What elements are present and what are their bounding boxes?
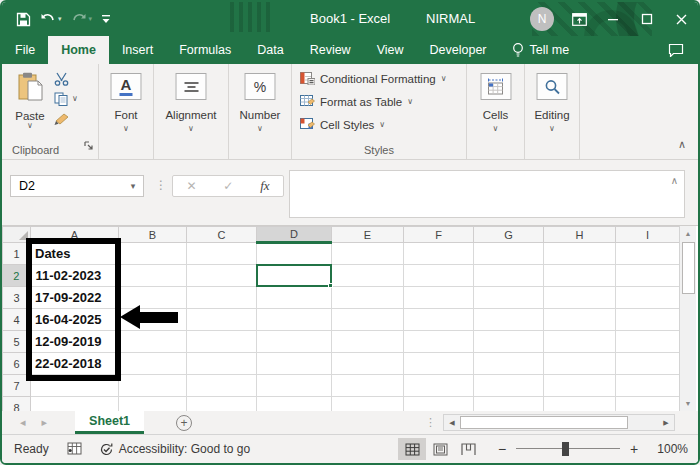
number-button[interactable]: %	[245, 73, 276, 100]
cell-A4[interactable]: 16-04-2025	[31, 309, 119, 331]
cell-F3[interactable]	[404, 287, 474, 309]
tab-developer[interactable]: Developer	[417, 36, 500, 64]
row-header-8[interactable]: 8	[3, 397, 31, 412]
tab-formulas[interactable]: Formulas	[166, 36, 244, 64]
paste-dropdown-icon[interactable]: ∨	[10, 122, 50, 130]
vertical-scroll-thumb[interactable]	[682, 242, 695, 294]
cell-A3[interactable]: 17-09-2022	[31, 287, 119, 309]
cell-B3[interactable]	[119, 287, 187, 309]
cell-C7[interactable]	[187, 375, 257, 397]
customize-quick-access-icon[interactable]	[101, 13, 111, 25]
cell-D1[interactable]	[257, 243, 332, 265]
account-name[interactable]: NIRMAL	[426, 11, 475, 26]
tab-insert[interactable]: Insert	[109, 36, 166, 64]
editing-dropdown-icon[interactable]: ∨	[525, 125, 579, 133]
cell-I2[interactable]	[616, 265, 680, 287]
column-header-D[interactable]: D	[257, 227, 332, 243]
maximize-button[interactable]	[630, 2, 664, 36]
cell-C2[interactable]	[187, 265, 257, 287]
cell-E4[interactable]	[332, 309, 404, 331]
collapse-formula-bar-icon[interactable]: ∧	[671, 175, 678, 186]
column-header-F[interactable]: F	[404, 227, 474, 243]
cell-G5[interactable]	[474, 331, 544, 353]
cell-A5[interactable]: 12-09-2019	[31, 331, 119, 353]
cell-styles-button[interactable]: Cell Styles ∨	[300, 118, 385, 131]
conditional-formatting-button[interactable]: Conditional Formatting ∨	[300, 72, 447, 85]
row-header-3[interactable]: 3	[3, 287, 31, 309]
cell-G3[interactable]	[474, 287, 544, 309]
select-all-button[interactable]	[3, 227, 31, 243]
cell-G7[interactable]	[474, 375, 544, 397]
tab-file[interactable]: File	[2, 36, 48, 64]
undo-dropdown-icon[interactable]: ▾	[58, 15, 62, 23]
format-as-table-button[interactable]: Format as Table ∨	[300, 95, 413, 108]
cell-I7[interactable]	[616, 375, 680, 397]
cell-F7[interactable]	[404, 375, 474, 397]
collapse-ribbon-icon[interactable]: ∧	[678, 138, 686, 151]
cell-D6[interactable]	[257, 353, 332, 375]
row-header-6[interactable]: 6	[3, 353, 31, 375]
cell-H7[interactable]	[544, 375, 616, 397]
cell-B7[interactable]	[119, 375, 187, 397]
cell-D5[interactable]	[257, 331, 332, 353]
cell-C4[interactable]	[187, 309, 257, 331]
zoom-slider[interactable]	[516, 442, 620, 456]
tab-view[interactable]: View	[364, 36, 417, 64]
previous-sheet-icon[interactable]: ◂	[20, 416, 26, 429]
cell-A7[interactable]	[31, 375, 119, 397]
cell-G8[interactable]	[474, 397, 544, 412]
cell-I5[interactable]	[616, 331, 680, 353]
cell-G4[interactable]	[474, 309, 544, 331]
cell-F6[interactable]	[404, 353, 474, 375]
cell-E3[interactable]	[332, 287, 404, 309]
cell-E5[interactable]	[332, 331, 404, 353]
comments-icon[interactable]	[654, 36, 698, 64]
cell-C6[interactable]	[187, 353, 257, 375]
cell-H2[interactable]	[544, 265, 616, 287]
scroll-right-icon[interactable]: ▶	[658, 419, 674, 427]
undo-button[interactable]: ▾	[40, 13, 62, 26]
column-header-B[interactable]: B	[119, 227, 187, 243]
accessibility-status[interactable]: Accessibility: Good to go	[99, 442, 250, 457]
cell-I4[interactable]	[616, 309, 680, 331]
avatar[interactable]: N	[530, 7, 554, 31]
tab-home[interactable]: Home	[48, 36, 109, 64]
tab-data[interactable]: Data	[244, 36, 296, 64]
cell-E8[interactable]	[332, 397, 404, 412]
cell-H4[interactable]	[544, 309, 616, 331]
horizontal-scrollbar[interactable]: ◀ ▶	[443, 414, 675, 431]
zoom-level[interactable]: 100%	[648, 442, 688, 456]
column-header-E[interactable]: E	[332, 227, 404, 243]
close-button[interactable]	[664, 2, 698, 36]
tell-me-box[interactable]: Tell me	[500, 36, 582, 64]
scroll-up-icon[interactable]: ▲	[680, 226, 697, 241]
format-painter-button[interactable]	[54, 112, 70, 126]
cell-G2[interactable]	[474, 265, 544, 287]
cells-dropdown-icon[interactable]: ∨	[467, 125, 524, 133]
column-header-G[interactable]: G	[474, 227, 544, 243]
formula-bar-separator-icon[interactable]: ⋮	[155, 178, 167, 192]
cell-I6[interactable]	[616, 353, 680, 375]
macro-record-icon[interactable]	[67, 442, 83, 456]
insert-function-icon[interactable]: fx	[260, 178, 269, 194]
cell-D2[interactable]	[257, 265, 332, 287]
next-sheet-icon[interactable]: ▸	[42, 416, 48, 429]
cell-H1[interactable]	[544, 243, 616, 265]
cell-H6[interactable]	[544, 353, 616, 375]
zoom-in-icon[interactable]: +	[628, 441, 640, 457]
ribbon-display-options-icon[interactable]	[562, 2, 596, 36]
tab-review[interactable]: Review	[297, 36, 364, 64]
column-header-H[interactable]: H	[544, 227, 616, 243]
cell-E7[interactable]	[332, 375, 404, 397]
cell-B6[interactable]	[119, 353, 187, 375]
cell-D7[interactable]	[257, 375, 332, 397]
sheet-tab-sheet1[interactable]: Sheet1	[75, 411, 144, 434]
cell-I8[interactable]	[616, 397, 680, 412]
horizontal-scroll-thumb[interactable]	[460, 416, 628, 429]
alignment-dropdown-icon[interactable]: ∨	[154, 125, 228, 133]
cell-F8[interactable]	[404, 397, 474, 412]
page-break-preview-button[interactable]	[454, 438, 482, 460]
clipboard-dialog-launcher-icon[interactable]	[84, 137, 94, 155]
font-dropdown-icon[interactable]: ∨	[99, 125, 153, 133]
cell-G1[interactable]	[474, 243, 544, 265]
